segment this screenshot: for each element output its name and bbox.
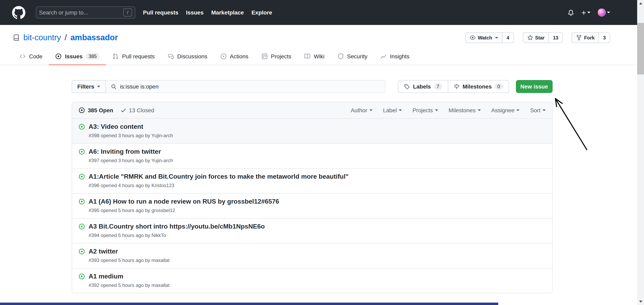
scrollbar-up-button[interactable] — [637, 0, 644, 7]
breadcrumb: bit-country / ambassador — [13, 33, 118, 42]
issue-row: A3: Video content #398 opened 3 hours ag… — [72, 118, 552, 143]
milestones-label: Milestones — [462, 83, 492, 90]
fork-icon — [576, 35, 582, 41]
repo-owner-link[interactable]: bit-country — [23, 33, 61, 42]
menu-label: Sort — [530, 107, 540, 113]
filters-label: Filters — [77, 83, 94, 90]
star-label: Star — [535, 35, 544, 40]
issue-title-link[interactable]: A3 Bit.Country short intro https://youtu… — [88, 223, 265, 231]
discussions-icon — [168, 53, 174, 59]
issue-meta: #395 opened 5 hours ago by grossbel12 — [88, 208, 279, 213]
issue-title-link[interactable]: A3: Video content — [88, 123, 143, 131]
nav-pull-requests[interactable]: Pull requests — [143, 9, 178, 16]
fork-button[interactable]: Fork — [572, 32, 599, 43]
top-navigation-bar: / Pull requests Issues Marketplace Explo… — [0, 0, 644, 25]
issue-opened-icon — [78, 124, 85, 130]
tab-actions[interactable]: Actions — [214, 49, 255, 65]
menu-label: Projects — [412, 107, 433, 113]
author-menu[interactable]: Author — [350, 107, 372, 113]
scrollbar-down-button[interactable] — [637, 298, 644, 305]
milestones-menu[interactable]: Milestones — [449, 107, 481, 113]
caret-down-icon — [495, 37, 498, 38]
tab-label: Pull requests — [122, 53, 155, 59]
tab-issues[interactable]: Issues 385 — [49, 49, 106, 65]
avatar — [598, 8, 606, 16]
tab-wiki[interactable]: Wiki — [298, 49, 331, 65]
issue-opened-icon — [78, 148, 85, 155]
code-icon — [19, 53, 26, 59]
milestones-button[interactable]: Milestones 0 — [448, 80, 509, 93]
insights-icon — [380, 53, 387, 59]
label-menu[interactable]: Label — [383, 107, 402, 113]
repo-name-link[interactable]: ambassador — [70, 33, 118, 42]
tab-discussions[interactable]: Discussions — [161, 49, 214, 65]
global-search-input[interactable] — [39, 9, 123, 16]
issue-title-link[interactable]: A1 (A6) How to run a node review on RUS … — [88, 198, 279, 206]
sort-menu[interactable]: Sort — [530, 107, 546, 113]
tab-pull-requests[interactable]: Pull requests — [106, 49, 161, 65]
main-content: Filters Labels 7 Milestones — [0, 80, 644, 293]
repo-action-buttons: Watch 4 Star 13 Fork 3 — [466, 32, 610, 43]
search-icon — [111, 83, 117, 89]
watch-button[interactable]: Watch — [466, 32, 503, 43]
plus-icon: + — [582, 9, 586, 16]
closed-issues-filter[interactable]: 13 Closed — [120, 107, 154, 113]
nav-explore[interactable]: Explore — [252, 9, 272, 16]
labels-count-badge: 7 — [434, 83, 442, 90]
labels-label: Labels — [413, 83, 431, 90]
vertical-scrollbar[interactable] — [637, 0, 644, 305]
security-icon — [337, 53, 344, 59]
issues-search-input[interactable] — [120, 83, 380, 90]
tab-projects[interactable]: Projects — [255, 49, 298, 65]
star-count[interactable]: 13 — [549, 32, 563, 43]
issue-title-link[interactable]: A2 twitter — [88, 248, 118, 256]
state-filters: 385 Open 13 Closed — [78, 107, 154, 113]
tab-code[interactable]: Code — [13, 49, 49, 65]
tag-icon — [404, 83, 410, 89]
projects-menu[interactable]: Projects — [412, 107, 438, 113]
tab-insights[interactable]: Insights — [374, 49, 416, 65]
milestone-icon — [454, 83, 460, 89]
open-count-label: 385 Open — [88, 107, 113, 113]
caret-down-icon — [516, 109, 520, 111]
assignee-menu[interactable]: Assignee — [491, 107, 520, 113]
new-issue-button[interactable]: New issue — [516, 80, 552, 93]
menu-label: Label — [383, 107, 397, 113]
notifications-button[interactable] — [568, 9, 574, 16]
repo-icon — [13, 34, 20, 41]
star-button[interactable]: Star — [522, 32, 549, 43]
repo-header: bit-country / ambassador Watch 4 Star 13 — [0, 25, 644, 49]
star-icon — [527, 35, 533, 41]
issue-meta: #397 opened 3 hours ago by Yujin-arch — [88, 158, 173, 163]
issue-opened-icon — [56, 53, 62, 59]
filters-dropdown-button[interactable]: Filters — [72, 80, 106, 93]
milestones-count-badge: 0 — [494, 83, 503, 90]
github-logo-icon[interactable] — [12, 6, 25, 19]
open-issues-filter[interactable]: 385 Open — [78, 107, 113, 113]
watch-count[interactable]: 4 — [503, 32, 514, 43]
bell-icon — [568, 9, 574, 16]
breadcrumb-separator: / — [65, 33, 67, 42]
nav-marketplace[interactable]: Marketplace — [211, 9, 244, 16]
user-menu-button[interactable] — [598, 8, 610, 16]
issue-opened-icon — [78, 107, 85, 113]
fork-count[interactable]: 3 — [599, 32, 610, 43]
issue-meta: #393 opened 5 hours ago by maxallat — [88, 258, 170, 263]
menu-label: Assignee — [491, 107, 514, 113]
fork-label: Fork — [584, 35, 595, 40]
nav-issues[interactable]: Issues — [186, 9, 204, 16]
scrollbar-thumb[interactable] — [637, 23, 644, 74]
create-new-button[interactable]: + — [582, 9, 590, 16]
issue-title-link[interactable]: A1:Article "RMRK and Bit.Country join fo… — [88, 173, 348, 181]
tab-security[interactable]: Security — [331, 49, 374, 65]
issue-row: A1 medium #392 opened 5 hours ago by max… — [72, 268, 552, 293]
issue-title-link[interactable]: A1 medium — [88, 273, 124, 281]
issue-opened-icon — [78, 198, 85, 205]
issue-row: A6: Inviting from twitter #397 opened 3 … — [72, 143, 552, 168]
labels-button[interactable]: Labels 7 — [398, 80, 448, 93]
issue-title-link[interactable]: A6: Inviting from twitter — [88, 148, 161, 156]
slash-shortcut-hint: / — [123, 8, 132, 16]
issue-meta: #396 opened 4 hours ago by Kristos123 — [88, 183, 348, 188]
issue-row: A1 (A6) How to run a node review on RUS … — [72, 193, 552, 218]
eye-icon — [470, 35, 476, 41]
